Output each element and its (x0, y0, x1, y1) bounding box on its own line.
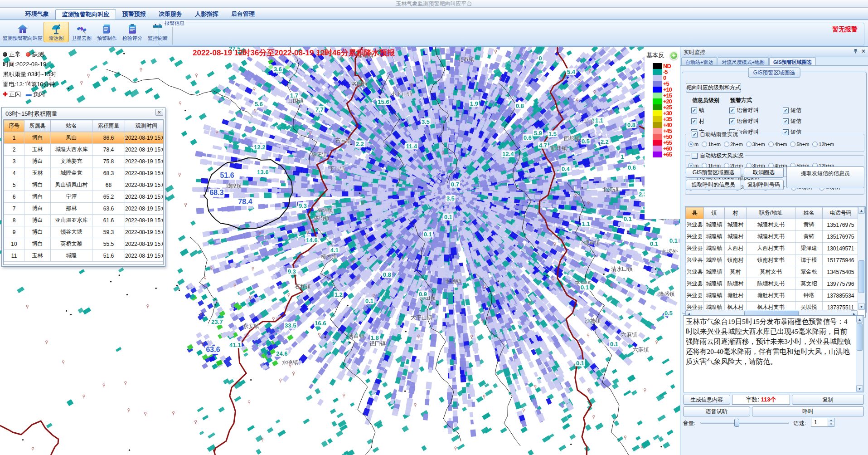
rain-col-header[interactable]: 所属县 (24, 120, 51, 132)
generate-message-button[interactable]: 生成信息内容 (683, 395, 730, 405)
contact-col-header[interactable]: 电话号码 (823, 207, 858, 219)
rain-table-row[interactable]: 5博白凤山镇凤山村682022-08-19 15:00 (4, 179, 164, 191)
contact-row[interactable]: 兴业县城隍镇城隍村城隍村支书黄铸135176975 (686, 231, 858, 243)
copy-button[interactable]: 复制 (792, 395, 864, 405)
menu-tab-4[interactable]: 人影指挥 (189, 9, 225, 20)
menu-tab-3[interactable]: 决策服务 (152, 9, 189, 20)
contact-row[interactable]: 兴业县城隍镇大西村大西村支书梁泽建130149571 (686, 243, 858, 254)
radio-icon[interactable] (790, 142, 795, 147)
cancel-circle-button[interactable]: 取消圈选 (744, 167, 784, 178)
tool-satellite[interactable]: 卫星云图 (69, 22, 94, 42)
extract-sms-informers-button[interactable]: 提取发短信的信息员 (786, 166, 864, 188)
contact-col-header[interactable]: 县 (686, 207, 704, 219)
radio-12h+m[interactable]: 12h+m (812, 142, 834, 147)
tool-home[interactable]: 监测预警靶向叫应 (2, 22, 44, 42)
extract-call-informers-button[interactable]: 提取呼叫的信息员 (686, 180, 741, 190)
rain-table-row[interactable]: 11玉林城隍51.62022-08-19 15:00 (4, 250, 164, 262)
voice-preview-button[interactable]: 语音试听 (683, 406, 750, 416)
contact-row[interactable]: 兴业县城隍镇镇南村镇南村支书谭于模151775946 (686, 254, 858, 266)
menu-tab-1[interactable]: 监测预警靶向叫应 (55, 9, 116, 20)
radio-m[interactable]: m (688, 142, 698, 147)
spin-up-icon[interactable]: ▲ (828, 418, 834, 422)
checkbox-icon[interactable]: ✓ (783, 118, 789, 124)
checkbox-icon[interactable] (692, 153, 698, 159)
rain-col-header[interactable]: 站名 (51, 120, 92, 132)
voice-call-checkbox[interactable]: ✓语音呼叫 (729, 107, 783, 114)
voice-call-checkbox[interactable]: ✓语音呼叫 (729, 117, 783, 125)
radio-icon[interactable] (688, 142, 693, 147)
contact-row[interactable]: 兴业县城隍镇枫木村枫木村支书吴以悦137375511 (686, 302, 858, 310)
contacts-vertical-scrollbar[interactable]: ▲ ▼ (858, 207, 865, 310)
contact-col-header[interactable]: 村 (725, 207, 747, 219)
tool-warning-doc[interactable]: 预警制作 (94, 22, 120, 42)
menu-tab-2[interactable]: 预警预报 (116, 9, 152, 20)
contact-col-header[interactable]: 职务/地址 (747, 207, 795, 219)
rain-table-row[interactable]: 3博白文地姜充75.82022-08-19 15:00 (4, 156, 164, 167)
menu-tab-0[interactable]: 环境气象 (19, 9, 55, 20)
sms-checkbox[interactable]: ✓短信 (783, 117, 801, 125)
copy-call-numbers-button[interactable]: 复制呼叫号码 (744, 180, 784, 190)
rain-table[interactable]: 序号所属县站名累积雨量观测时间1博白凤山86.62022-08-19 15:00… (3, 119, 164, 265)
panel-tab-2[interactable]: GIS预警区域圈选 (769, 57, 816, 65)
panel-tab-0[interactable]: 自动站+雷达 (681, 57, 717, 65)
rain-table-window[interactable]: 03时~15时累积雨量 ✕ 序号所属县站名累积雨量观测时间1博白凤山86.620… (1, 107, 165, 267)
contact-col-header[interactable]: 姓名 (795, 207, 823, 219)
rain-table-row[interactable]: 8博白亚山温罗水库61.62022-08-19 15:00 (4, 215, 164, 226)
volume-slider-thumb[interactable] (734, 419, 739, 427)
contact-row[interactable]: 兴业县城隍镇塘肚村塘肚村支书钟塔137885534 (686, 290, 858, 302)
radio-4h+m[interactable]: 4h+m (768, 142, 787, 147)
spin-down-icon[interactable]: ▼ (828, 422, 834, 426)
radio-icon[interactable] (768, 142, 774, 147)
radio-5h+m[interactable]: 5h+m (790, 142, 809, 147)
rain-table-row[interactable]: 9博白顿谷大塘59.32022-08-19 15:00 (4, 226, 164, 238)
contact-row[interactable]: 兴业县城隍镇城隍村城隍村支书黄铸135176975 (686, 219, 858, 231)
contacts-table[interactable]: 县镇村职务/地址姓名电话号码兴业县城隍镇城隍村城隍村支书黄铸135176975兴… (685, 206, 866, 318)
radio-3h+m[interactable]: 3h+m (746, 142, 765, 147)
rain-col-header[interactable]: 累积雨量 (92, 120, 125, 132)
checkbox-icon[interactable]: ✓ (691, 118, 697, 124)
rain-table-row[interactable]: 6博白宁潭65.22022-08-19 15:00 (4, 191, 164, 203)
tool-clipboard[interactable]: 检验评分 (120, 22, 145, 42)
warning-message-textarea[interactable]: 玉林市气象台19日5时15分发布暴雨橙色预警信号：4时以来兴业县城隍大西水库已出… (683, 315, 864, 392)
close-icon[interactable]: ✕ (155, 109, 163, 116)
checkbox-icon[interactable]: ✓ (729, 108, 735, 113)
volume-slider[interactable] (700, 422, 789, 424)
rain-table-row[interactable]: 7博白那林63.62022-08-19 15:00 (4, 203, 164, 215)
tool-radar[interactable]: 雷达图 (44, 22, 69, 42)
contact-row[interactable]: 兴业县城隍镇莫村莫村支书覃金乾134575405 (686, 266, 858, 278)
speed-spinner[interactable]: 1 ▲▼ (811, 418, 834, 427)
radio-1h+m[interactable]: 1h+m (702, 142, 721, 147)
radio-2h+m[interactable]: 2h+m (724, 142, 743, 147)
rain-table-row[interactable]: 10博白英桥文黎55.52022-08-19 15:00 (4, 238, 164, 250)
rain-col-header[interactable]: 观测时间 (125, 120, 164, 132)
radio-icon[interactable] (702, 142, 707, 147)
radio-icon[interactable] (746, 142, 752, 147)
zoom-in-button[interactable]: + (669, 51, 678, 60)
rain-window-titlebar[interactable]: 03时~15时累积雨量 ✕ (2, 108, 165, 118)
checkbox-icon[interactable]: ✓ (729, 118, 735, 124)
menu-tab-5[interactable]: 后台管理 (225, 9, 261, 20)
call-level-mode-button[interactable]: 靶向叫应的级别和方式 (686, 83, 741, 93)
rain-col-header[interactable]: 序号 (4, 120, 24, 132)
checkbox-icon[interactable]: ✓ (783, 108, 789, 113)
gis-circle-button[interactable]: GIS预警区域圈选 (686, 167, 741, 178)
contact-col-header[interactable]: 镇 (704, 207, 725, 219)
radio-icon[interactable] (724, 142, 729, 147)
call-button[interactable]: 呼叫 (752, 406, 864, 416)
panel-titlebar[interactable]: 实时监控 ✕ (680, 47, 868, 57)
radar-map[interactable]: 2022-08-19 12时36分至2022-08-19 12时46分累积降水预… (0, 47, 680, 455)
close-icon[interactable]: ✕ (861, 49, 866, 54)
checkbox-icon[interactable]: ✓ (692, 132, 698, 137)
rain-table-row[interactable]: 1博白凤山86.62022-08-19 15:00 (4, 132, 164, 144)
checkbox-icon[interactable]: ✓ (691, 108, 697, 113)
sms-checkbox[interactable]: ✓短信 (783, 107, 801, 114)
radio-icon[interactable] (812, 142, 818, 147)
level-checkbox[interactable]: ✓镇 (691, 107, 729, 114)
rain-table-row[interactable]: 4玉林城隍金党68.32022-08-19 15:00 (4, 167, 164, 179)
contact-row[interactable]: 兴业县城隍镇陈塘村陈塘村支书莫文绍139775796 (686, 278, 858, 290)
message-vertical-scrollbar[interactable]: ▲ ▼ (856, 316, 863, 392)
pin-icon[interactable] (853, 49, 858, 54)
panel-tab-1[interactable]: 对流尺度模式+地图 (718, 57, 768, 65)
level-checkbox[interactable]: ✓村 (691, 117, 729, 125)
rain-table-row[interactable]: 2玉林城隍大西水库78.42022-08-19 15:00 (4, 144, 164, 156)
